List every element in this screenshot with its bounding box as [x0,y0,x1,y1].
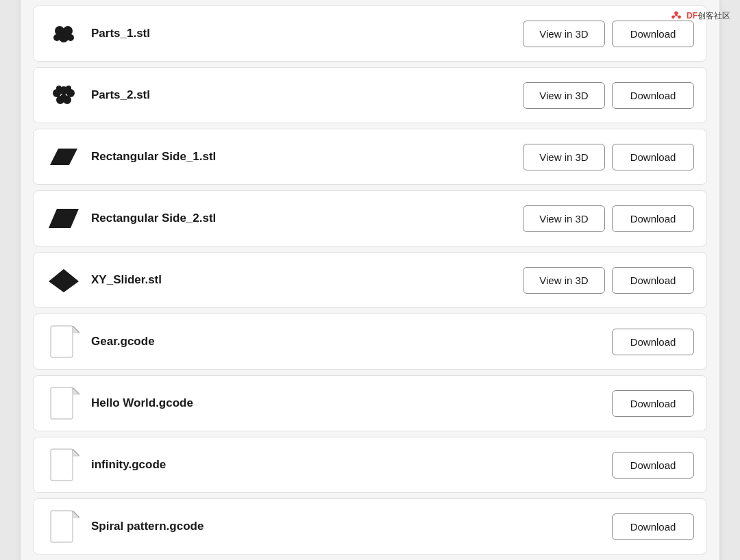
btn-group-helloworld: Download [612,390,694,417]
svg-marker-18 [50,149,77,165]
btn-group-spiral: Download [612,513,694,540]
file-row-rect2: Rectangular Side_2.stl View in 3D Downlo… [33,190,707,246]
view3d-button-xyslider[interactable]: View in 3D [523,267,605,294]
file-icon-helloworld [46,385,82,421]
file-icon-spiral [46,509,82,544]
download-button-spiral[interactable]: Download [612,513,694,540]
svg-rect-27 [51,449,73,481]
svg-point-9 [67,34,74,41]
svg-point-0 [674,12,678,15]
file-row-parts2: Parts_2.stl View in 3D Download [33,67,707,123]
logo-icon [669,8,684,23]
file-row-helloworld: Hello World.gcode Download [33,375,707,431]
svg-rect-21 [51,326,73,357]
logo-text: DF创客社区 [687,10,730,22]
filename-helloworld: Hello World.gcode [91,396,612,410]
btn-group-xyslider: View in 3D Download [523,267,694,294]
file-icon-xyslider [46,262,82,298]
view3d-button-parts1[interactable]: View in 3D [523,21,605,47]
file-icon-parts1 [46,16,82,51]
file-icon-gear [46,324,82,359]
download-button-helloworld[interactable]: Download [612,390,694,417]
btn-group-rect2: View in 3D Download [523,205,694,232]
file-icon-parts2 [46,77,82,113]
download-button-rect2[interactable]: Download [612,205,694,232]
filename-spiral: Spiral pattern.gcode [91,520,612,533]
svg-rect-24 [51,387,73,419]
file-row-parts1: Parts_1.stl View in 3D Download [33,5,707,62]
view3d-button-rect2[interactable]: View in 3D [523,205,605,232]
file-icon-rect1 [46,139,82,175]
svg-point-15 [60,94,67,101]
file-row-infinity: infinity.gcode Download [33,437,707,493]
file-icon-rect2 [46,201,82,236]
svg-point-8 [53,34,60,41]
btn-group-gear: Download [612,329,694,355]
svg-marker-20 [49,269,79,292]
filename-xyslider: XY_Slider.stl [91,273,523,287]
file-row-gear: Gear.gcode Download [33,314,707,370]
btn-group-parts1: View in 3D Download [523,21,694,47]
btn-group-parts2: View in 3D Download [523,82,694,109]
svg-point-16 [56,86,62,91]
filename-rect2: Rectangular Side_2.stl [91,212,523,225]
filename-rect1: Rectangular Side_1.stl [91,150,523,164]
file-row-xyslider: XY_Slider.stl View in 3D Download [33,252,707,308]
download-button-parts1[interactable]: Download [612,21,694,47]
filename-parts2: Parts_2.stl [91,88,523,102]
filename-infinity: infinity.gcode [91,458,612,472]
file-row-rect1: Rectangular Side_1.stl View in 3D Downlo… [33,129,707,185]
file-list-container: Parts_1.stl View in 3D Download Parts_2.… [21,0,719,560]
btn-group-infinity: Download [612,452,694,479]
svg-point-17 [66,86,71,91]
site-logo: DF创客社区 [669,8,730,23]
svg-rect-30 [51,511,73,542]
view3d-button-rect1[interactable]: View in 3D [523,144,605,170]
file-icon-infinity [46,447,82,483]
download-button-gear[interactable]: Download [612,329,694,355]
download-button-parts2[interactable]: Download [612,82,694,109]
filename-parts1: Parts_1.stl [91,27,523,40]
download-button-xyslider[interactable]: Download [612,267,694,294]
view3d-button-parts2[interactable]: View in 3D [523,82,605,109]
file-row-spiral: Spiral pattern.gcode Download [33,498,707,555]
download-button-rect1[interactable]: Download [612,144,694,170]
download-button-infinity[interactable]: Download [612,452,694,479]
filename-gear: Gear.gcode [91,335,612,348]
btn-group-rect1: View in 3D Download [523,144,694,170]
svg-marker-19 [49,209,79,228]
svg-point-7 [59,33,69,42]
